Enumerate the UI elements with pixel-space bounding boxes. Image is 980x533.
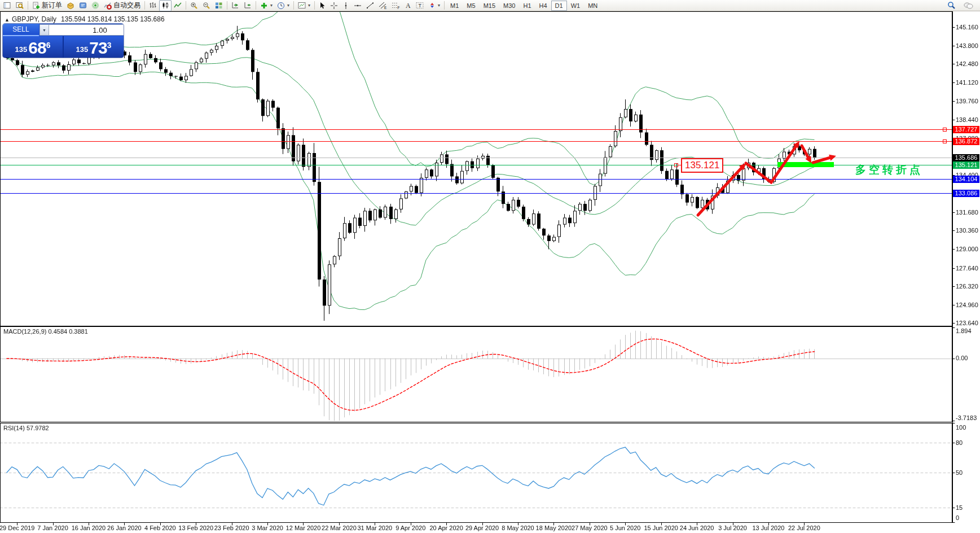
sell-price-pips: 68 <box>28 40 46 56</box>
annotation-note-text[interactable]: 多空转折点 <box>855 163 923 177</box>
signal-button[interactable] <box>89 0 102 11</box>
zoom-out-button[interactable] <box>200 0 213 11</box>
templates-dropdown-caret[interactable]: ▾ <box>308 3 310 8</box>
auto-scroll-button[interactable] <box>229 0 241 11</box>
svg-text:F: F <box>398 6 400 10</box>
tile-windows-button[interactable] <box>213 0 225 11</box>
toolbar-separator <box>186 1 186 10</box>
candles-icon <box>161 2 169 9</box>
price-axis-tick: 142.480 <box>956 60 978 67</box>
timeframe-d1-button[interactable]: D1 <box>551 1 567 11</box>
price-line-badge: 133.086 <box>953 190 979 197</box>
price-line-badge: 137.727 <box>953 126 979 133</box>
linechart-icon <box>174 2 182 9</box>
price-callout-object[interactable]: 135.121 <box>681 158 723 173</box>
price-axis-tick: 139.760 <box>956 98 978 104</box>
crosshair-button[interactable] <box>328 0 340 11</box>
price-axis-tick: 145.160 <box>956 24 978 30</box>
timeframe-mn-button[interactable]: MN <box>584 1 601 11</box>
search-button[interactable] <box>945 0 958 11</box>
candlestick-mode-button[interactable] <box>159 0 172 11</box>
toolbar-separator <box>256 1 256 10</box>
symbol-name: GBPJPY, Daily <box>12 15 56 23</box>
window-collapse-icon[interactable]: ▲ <box>5 17 10 23</box>
toolbar-separator <box>28 1 28 10</box>
trendline-button[interactable] <box>364 0 376 11</box>
timeframe-w1-button[interactable]: W1 <box>567 1 585 11</box>
one-click-trading-panel: SELL ▼ ▲ BUY 135 68 6 135 73 3 <box>3 24 124 58</box>
date-axis-label: 27 May 2020 <box>572 525 608 531</box>
auto-trading-label: 自动交易 <box>113 1 140 10</box>
svg-text:E: E <box>384 6 387 10</box>
date-axis-label: 15 Jun 2020 <box>644 525 678 531</box>
toolbar: 新订单自动交易▾▾▾EFAT▾M1M5M15M30H1H4D1W1MN <box>0 0 980 11</box>
timeframe-h1-button[interactable]: H1 <box>519 1 535 11</box>
indicators-dropdown-caret[interactable]: ▾ <box>270 3 273 8</box>
arrow-objects-dropdown-caret[interactable]: ▾ <box>438 3 440 8</box>
bars-icon <box>149 2 157 9</box>
macd-axis-zero: 0.00 <box>956 355 968 361</box>
auto-trading-button[interactable]: 自动交易 <box>102 0 143 11</box>
cursor-button[interactable] <box>317 0 328 11</box>
price-axis-tick: 123.640 <box>956 320 978 326</box>
periods-dropdown-caret[interactable]: ▾ <box>287 3 289 8</box>
price-axis-tick: 143.800 <box>956 42 978 49</box>
timeframe-m15-button[interactable]: M15 <box>480 1 499 11</box>
date-axis-label: 8 May 2020 <box>502 525 534 531</box>
arrow-objects-button[interactable]: ▾ <box>426 0 442 11</box>
svg-text:A: A <box>406 2 411 9</box>
price-line-badge: 135.121 <box>953 161 979 169</box>
magnifier-icon <box>947 1 956 10</box>
sell-price[interactable]: 135 68 6 <box>3 36 63 58</box>
data-window-button[interactable] <box>14 0 26 11</box>
crosshair-icon <box>330 2 338 10</box>
date-axis-label: 18 May 2020 <box>536 525 572 531</box>
date-axis-label: 22 Jul 2020 <box>788 525 820 531</box>
timeframe-m1-button[interactable]: M1 <box>446 1 463 11</box>
vertical-line-button[interactable] <box>340 0 351 11</box>
date-axis-label: 31 Mar 2020 <box>357 525 392 531</box>
horizontal-line-button[interactable] <box>351 0 364 11</box>
indicators-button[interactable]: ▾ <box>258 0 275 11</box>
templates-button[interactable]: ▾ <box>296 0 313 11</box>
volume-input[interactable] <box>49 24 124 36</box>
chart-canvas[interactable] <box>0 0 980 533</box>
terminal-button[interactable] <box>77 0 89 11</box>
fibonacci-button[interactable]: F <box>389 0 402 11</box>
macd-axis-bottom: -3.7183 <box>956 414 977 421</box>
ohlc-values: 135.594 135.814 135.135 135.686 <box>61 15 165 23</box>
community-button[interactable] <box>961 0 975 11</box>
clock-icon <box>277 2 285 10</box>
fibo-icon: F <box>392 2 400 9</box>
bar-chart-mode-button[interactable] <box>147 0 159 11</box>
macd-axis-top: 1.894 <box>956 327 972 334</box>
date-axis-label: 22 Mar 2020 <box>322 525 357 531</box>
equidistant-channel-button[interactable]: E <box>376 0 389 11</box>
new-order-button[interactable]: 新订单 <box>30 0 64 11</box>
zoom-in-button[interactable] <box>188 0 200 11</box>
chart-shift-button[interactable] <box>241 0 254 11</box>
timeframe-h4-button[interactable]: H4 <box>535 1 551 11</box>
shiftchart-icon <box>244 2 252 9</box>
charts-panel-button[interactable] <box>1 0 14 11</box>
date-axis-label: 29 Dec 2019 <box>0 525 34 531</box>
vline-icon <box>342 2 349 10</box>
volume-decrease-button[interactable]: ▼ <box>39 24 49 36</box>
price-axis-tick: 138.440 <box>956 116 978 123</box>
chart-title: ▲GBPJPY, Daily135.594 135.814 135.135 13… <box>5 15 165 23</box>
date-axis-label: 13 Jul 2020 <box>752 525 784 531</box>
periods-button[interactable]: ▾ <box>275 0 292 11</box>
timeframe-m30-button[interactable]: M30 <box>499 1 519 11</box>
deposit-button[interactable] <box>64 0 77 11</box>
autotrade-icon <box>104 2 112 10</box>
buy-price[interactable]: 135 73 3 <box>64 36 124 58</box>
toolbar-separator <box>314 1 315 10</box>
text-button[interactable]: A <box>402 0 414 11</box>
sell-button[interactable]: SELL <box>3 24 39 36</box>
buy-price-pips: 73 <box>89 40 107 56</box>
line-chart-mode-button[interactable] <box>172 0 184 11</box>
text-label-button[interactable]: T <box>414 0 426 11</box>
timeframe-m5-button[interactable]: M5 <box>463 1 479 11</box>
date-axis-label: 23 Feb 2020 <box>214 525 249 531</box>
date-axis-label: 26 Jan 2020 <box>107 525 142 531</box>
